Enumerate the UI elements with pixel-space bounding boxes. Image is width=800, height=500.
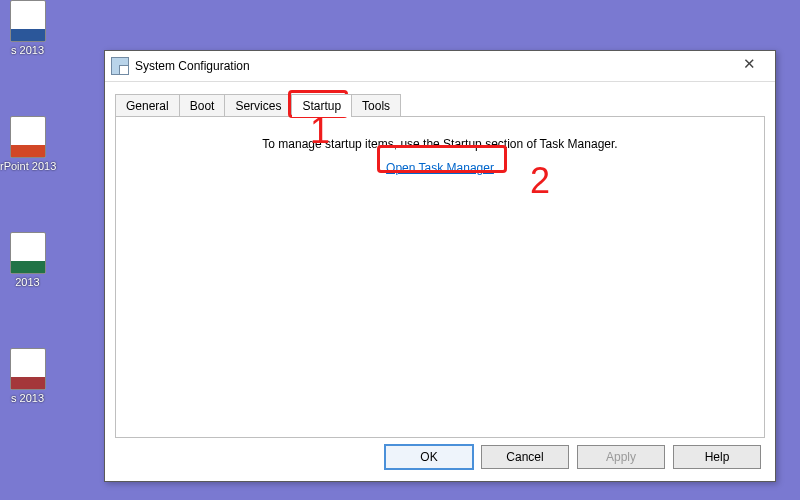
cancel-button[interactable]: Cancel [481,445,569,469]
desktop-icon-label: s 2013 [0,392,55,404]
tab-general[interactable]: General [115,94,180,117]
open-task-manager-link[interactable]: Open Task Manager [386,161,494,175]
desktop-icon[interactable]: s 2013 [0,0,55,56]
ok-button[interactable]: OK [385,445,473,469]
close-icon: ✕ [743,55,756,72]
powerpoint-icon [10,116,46,158]
apply-button: Apply [577,445,665,469]
access-icon [10,348,46,390]
system-configuration-window: System Configuration ✕ General Boot Serv… [104,50,776,482]
excel-icon [10,232,46,274]
startup-info-text: To manage startup items, use the Startup… [116,137,764,151]
word-icon [10,0,46,42]
tab-boot[interactable]: Boot [180,94,226,117]
tab-panel-startup: To manage startup items, use the Startup… [115,116,765,438]
help-button[interactable]: Help [673,445,761,469]
desktop-icon[interactable]: rPoint 2013 [0,116,55,172]
desktop-icon[interactable]: s 2013 [0,348,55,404]
tab-tools[interactable]: Tools [352,94,401,117]
dialog-button-row: OK Cancel Apply Help [385,445,761,469]
desktop-icon-label: 2013 [0,276,55,288]
tab-strip: General Boot Services Startup Tools [115,90,775,116]
desktop-icon[interactable]: 2013 [0,232,55,288]
titlebar: System Configuration ✕ [105,51,775,82]
desktop-icon-label: s 2013 [0,44,55,56]
tab-startup[interactable]: Startup [292,94,352,117]
close-button[interactable]: ✕ [729,52,769,80]
desktop: s 2013 rPoint 2013 2013 s 2013 [0,0,60,500]
window-title: System Configuration [135,51,729,81]
app-icon [111,57,129,75]
tab-services[interactable]: Services [225,94,292,117]
desktop-icon-label: rPoint 2013 [0,160,55,172]
